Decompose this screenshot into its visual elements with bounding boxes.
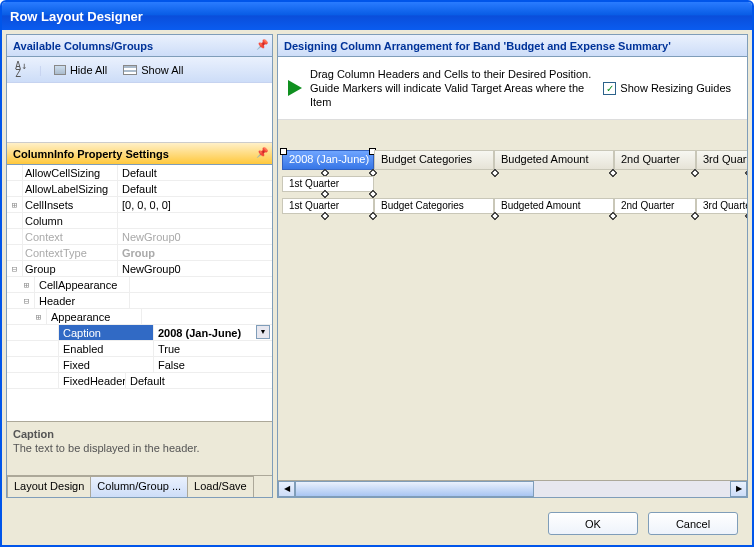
prop-value[interactable]	[130, 277, 272, 292]
expander-icon[interactable]: ⊞	[7, 277, 35, 292]
prop-fixed[interactable]: Fixed False	[7, 357, 272, 373]
prop-cellinsets[interactable]: ⊞ CellInsets [0, 0, 0, 0]	[7, 197, 272, 213]
prop-fixedheader[interactable]: FixedHeaderIndicator Default	[7, 373, 272, 389]
column-header-selected[interactable]: 2008 (Jan-June)	[282, 150, 374, 170]
instruction-line-1: Drag Column Headers and Cells to their D…	[310, 67, 595, 81]
cell[interactable]: 1st Quarter	[282, 198, 374, 214]
diamond-icon	[321, 212, 329, 220]
cell[interactable]: Budgeted Amount	[494, 198, 614, 214]
ok-button[interactable]: OK	[548, 512, 638, 535]
prop-value[interactable]	[130, 293, 272, 308]
checkbox-icon: ✓	[603, 82, 616, 95]
prop-caption[interactable]: Caption 2008 (Jan-June) ▼	[7, 325, 272, 341]
scroll-thumb[interactable]	[295, 481, 534, 497]
tab-load-save[interactable]: Load/Save	[187, 476, 254, 497]
design-header: Designing Column Arrangement for Band 'B…	[278, 35, 747, 57]
cell[interactable]: Budget Categories	[374, 198, 494, 214]
diamond-icon	[491, 169, 499, 177]
prop-value[interactable]: 2008 (Jan-June) ▼	[154, 325, 272, 340]
header-row: 2008 (Jan-June) Budget Categories Budget…	[282, 150, 747, 170]
diamond-icon	[369, 212, 377, 220]
scroll-right-button[interactable]: ▶	[730, 481, 747, 497]
diamond-icon	[609, 212, 617, 220]
tab-layout-design[interactable]: Layout Design	[7, 476, 91, 497]
cell[interactable]: 2nd Quarter	[614, 198, 696, 214]
scroll-left-button[interactable]: ◀	[278, 481, 295, 497]
hide-all-label: Hide All	[70, 64, 107, 76]
guide-diamonds	[282, 191, 378, 197]
prop-value[interactable]: NewGroup0	[118, 261, 272, 276]
pin-icon[interactable]: 📌	[256, 39, 268, 50]
dropdown-arrow-icon[interactable]: ▼	[256, 325, 270, 339]
cell[interactable]: 1st Quarter	[282, 176, 374, 192]
expander-icon[interactable]: ⊞	[7, 309, 47, 324]
available-columns-header: Available Columns/Groups 📌	[7, 35, 272, 57]
prop-group[interactable]: ⊟ Group NewGroup0	[7, 261, 272, 277]
property-grid[interactable]: AllowCellSizing Default AllowLabelSizing…	[7, 165, 272, 421]
sort-button[interactable]: A↓Z	[11, 60, 31, 80]
hide-all-button[interactable]: Hide All	[50, 62, 111, 78]
expander-icon[interactable]: ⊟	[7, 293, 35, 308]
prop-header[interactable]: ⊟ Header	[7, 293, 272, 309]
prop-name: Enabled	[59, 341, 154, 356]
pin-icon[interactable]: 📌	[256, 147, 268, 158]
prop-name: AllowCellSizing	[23, 165, 118, 180]
column-header[interactable]: Budgeted Amount	[494, 150, 614, 170]
prop-allowcellsizing[interactable]: AllowCellSizing Default	[7, 165, 272, 181]
prop-value[interactable]: True	[154, 341, 272, 356]
prop-value[interactable]: Default	[126, 373, 272, 388]
cell-row: 1st Quarter Budget Categories Budgeted A…	[282, 198, 747, 214]
prop-name: CellInsets	[23, 197, 118, 212]
column-header[interactable]: 3rd Quarter	[696, 150, 747, 170]
column-header[interactable]: 2nd Quarter	[614, 150, 696, 170]
help-title: Caption	[13, 428, 266, 440]
show-all-button[interactable]: Show All	[119, 62, 187, 78]
design-surface[interactable]: 2008 (Jan-June) Budget Categories Budget…	[278, 120, 747, 480]
prop-name: Fixed	[59, 357, 154, 372]
diamond-icon	[745, 169, 747, 177]
prop-appearance[interactable]: ⊞ Appearance	[7, 309, 272, 325]
expander-empty	[7, 325, 59, 340]
hide-all-icon	[54, 65, 66, 75]
cell[interactable]: 3rd Quarter	[696, 198, 747, 214]
prop-value[interactable]	[142, 309, 272, 324]
diamond-icon	[745, 212, 747, 220]
horizontal-scrollbar[interactable]: ◀ ▶	[278, 480, 747, 497]
prop-name: AllowLabelSizing	[23, 181, 118, 196]
scroll-track[interactable]	[295, 481, 730, 497]
prop-name: CellAppearance	[35, 277, 130, 292]
prop-value[interactable]: Default	[118, 181, 272, 196]
prop-name: FixedHeaderIndicator	[59, 373, 126, 388]
expander-empty	[7, 373, 59, 388]
cancel-button[interactable]: Cancel	[648, 512, 738, 535]
column-header[interactable]: Budget Categories	[374, 150, 494, 170]
instruction-row: Drag Column Headers and Cells to their D…	[278, 57, 747, 120]
prop-value[interactable]: Default	[118, 165, 272, 180]
property-help: Caption The text to be displayed in the …	[7, 421, 272, 475]
instruction-text: Drag Column Headers and Cells to their D…	[310, 67, 595, 109]
prop-cellappearance[interactable]: ⊞ CellAppearance	[7, 277, 272, 293]
prop-enabled[interactable]: Enabled True	[7, 341, 272, 357]
guide-diamonds	[282, 213, 747, 219]
property-settings-title: ColumnInfo Property Settings	[13, 148, 169, 160]
prop-name: Group	[23, 261, 118, 276]
show-all-label: Show All	[141, 64, 183, 76]
available-list-area	[7, 83, 272, 143]
titlebar: Row Layout Designer	[2, 2, 752, 30]
prop-allowlabelsizing[interactable]: AllowLabelSizing Default	[7, 181, 272, 197]
expander-icon[interactable]: ⊟	[7, 261, 23, 276]
content-area: Available Columns/Groups 📌 A↓Z | Hide Al…	[2, 30, 752, 502]
show-resizing-guides-checkbox[interactable]: ✓ Show Resizing Guides	[603, 82, 731, 95]
prop-value[interactable]: False	[154, 357, 272, 372]
diamond-icon	[691, 169, 699, 177]
prop-column[interactable]: Column	[7, 213, 272, 229]
prop-value[interactable]	[118, 213, 272, 228]
left-panel: Available Columns/Groups 📌 A↓Z | Hide Al…	[6, 34, 273, 498]
dialog-buttons: OK Cancel	[2, 502, 752, 545]
expander-empty	[7, 165, 23, 180]
prop-name: Header	[35, 293, 130, 308]
expander-icon[interactable]: ⊞	[7, 197, 23, 212]
tab-column-group[interactable]: Column/Group ...	[90, 476, 188, 497]
diamond-icon	[609, 169, 617, 177]
prop-value[interactable]: [0, 0, 0, 0]	[118, 197, 272, 212]
